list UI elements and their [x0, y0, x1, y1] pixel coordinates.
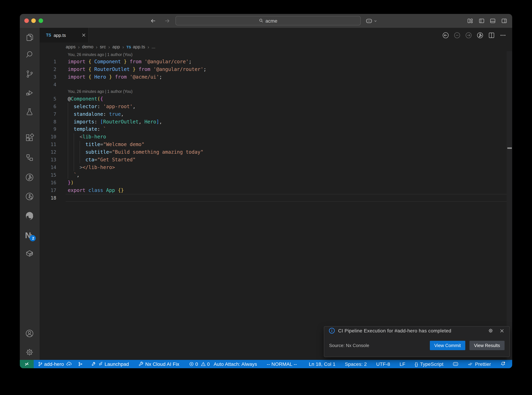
history-back-icon[interactable] — [150, 18, 156, 24]
account-icon[interactable] — [25, 329, 34, 338]
extensions-icon[interactable] — [25, 133, 34, 142]
toggle-primary-sidebar-icon[interactable] — [479, 18, 484, 24]
cursor-position-item[interactable]: Ln 18, Col 1 — [309, 361, 335, 367]
git-graph-status-item[interactable] — [78, 362, 83, 367]
breadcrumb-item[interactable]: demo — [82, 44, 93, 49]
gitlens-icon[interactable] — [25, 173, 34, 182]
notification-source: Source: Nx Console — [329, 343, 430, 348]
copilot-menu[interactable] — [366, 14, 377, 28]
source-control-icon[interactable] — [25, 69, 34, 78]
search-view-icon[interactable] — [25, 50, 34, 59]
screen: acme N› 2 — [0, 0, 532, 395]
remote-indicator[interactable] — [20, 360, 34, 368]
source-control-graph-icon[interactable] — [477, 32, 483, 38]
tab-label: app.ts — [54, 33, 66, 38]
gitlens-inspect-icon[interactable] — [25, 192, 34, 201]
error-icon — [189, 362, 194, 367]
notifications-bell-icon[interactable] — [500, 362, 505, 367]
run-debug-icon[interactable] — [25, 88, 34, 97]
activity-bar: N› 2 — [20, 28, 39, 360]
tab-close-icon[interactable] — [81, 32, 86, 38]
breadcrumb-item[interactable]: src — [100, 44, 106, 49]
blame-annotation: You, 26 minutes ago | 1 author (You) — [39, 88, 506, 95]
code-line-5[interactable]: 5@Component({ — [39, 95, 506, 103]
view-commit-button[interactable]: View Commit — [430, 341, 465, 350]
close-window-button[interactable] — [24, 18, 29, 23]
launchpad-status-item[interactable]: Launchpad — [91, 361, 129, 367]
nx-cloud-status-item[interactable]: Nx Cloud AI Fix — [138, 361, 179, 367]
code-line-7[interactable]: 7 standalone: true, — [39, 110, 506, 118]
copilot-status-icon[interactable] — [453, 362, 458, 367]
customize-layout-icon[interactable] — [467, 18, 473, 24]
problems-status-item[interactable]: 0 0 — [189, 361, 210, 367]
explorer-icon[interactable] — [25, 33, 34, 42]
code-line-14[interactable]: 14 ></lib-hero> — [39, 163, 506, 171]
language-mode-item[interactable]: {}TypeScript — [415, 361, 443, 367]
notification-close-icon[interactable] — [499, 328, 505, 333]
branch-status-item[interactable]: add-hero — [38, 361, 72, 367]
code-rows: You, 26 minutes ago | 1 author (You)1imp… — [39, 51, 506, 202]
split-editor-icon[interactable] — [488, 32, 495, 38]
breadcrumb-separator: › — [108, 44, 110, 49]
testing-icon[interactable] — [25, 107, 34, 116]
remote-icon — [24, 361, 30, 367]
breadcrumb-item[interactable]: app — [113, 44, 120, 49]
search-value: acme — [265, 18, 277, 23]
indentation-item[interactable]: Spaces: 2 — [345, 361, 367, 367]
editor[interactable]: You, 26 minutes ago | 1 author (You)1imp… — [39, 51, 512, 360]
code-line-10[interactable]: 10 <lib-hero — [39, 133, 506, 141]
notification-title: CI Pipeline Execution for #add-hero has … — [338, 328, 488, 334]
notification-settings-icon[interactable] — [488, 328, 494, 334]
breadcrumb-item[interactable]: TSapp.ts — [126, 44, 145, 49]
encoding-item[interactable]: UTF-8 — [376, 361, 390, 367]
eol-item[interactable]: LF — [400, 361, 405, 367]
code-line-6[interactable]: 6 selector: 'app-root', — [39, 102, 506, 110]
view-results-button[interactable]: View Results — [469, 341, 505, 350]
hierarchy-view-icon[interactable] — [25, 153, 34, 162]
code-line-12[interactable]: 12 subtitle="Build something amazing tod… — [39, 148, 506, 156]
braces-icon: {} — [415, 361, 418, 367]
toggle-panel-icon[interactable] — [490, 18, 495, 24]
breadcrumb-item[interactable]: ... — [152, 44, 156, 49]
code-line-11[interactable]: 11 title="Welcmoe demo" — [39, 141, 506, 148]
command-center-search[interactable]: acme — [176, 16, 361, 25]
title-bar: acme — [20, 14, 512, 28]
code-line-18[interactable]: 18 — [39, 194, 506, 202]
launchpad-label: Launchpad — [105, 361, 129, 367]
code-line-4[interactable]: 4 — [39, 81, 506, 88]
cloud-upload-icon — [66, 362, 72, 367]
code-line-15[interactable]: 15 `, — [39, 171, 506, 179]
tab-app-ts[interactable]: TS app.ts — [39, 28, 88, 42]
more-actions-icon[interactable] — [500, 32, 506, 38]
info-icon — [329, 328, 335, 334]
containers-icon[interactable] — [25, 249, 34, 258]
warning-icon — [201, 362, 206, 367]
auto-attach-status-item[interactable]: Auto Attach: Always — [214, 361, 257, 367]
maximize-window-button[interactable] — [38, 18, 43, 23]
prettier-status-item[interactable]: Prettier — [468, 361, 491, 367]
code-line-9[interactable]: 9 template: ` — [39, 125, 506, 133]
scrollbar[interactable] — [506, 51, 512, 360]
breadcrumb[interactable]: apps›demo›src›app›TSapp.ts›... — [39, 42, 512, 51]
settings-gear-icon[interactable] — [25, 347, 34, 357]
code-line-16[interactable]: 16}) — [39, 179, 506, 186]
code-line-17[interactable]: 17export class App {} — [39, 186, 506, 194]
history-forward-icon[interactable] — [164, 18, 170, 24]
vscode-window: acme N› 2 — [20, 14, 512, 368]
nav-forward-circle-icon[interactable] — [465, 32, 472, 38]
code-line-2[interactable]: 2import { RouterOutlet } from '@angular/… — [39, 65, 506, 73]
wrench-icon — [138, 362, 144, 367]
minimize-window-button[interactable] — [32, 18, 36, 23]
nx-console-icon[interactable]: N› 2 — [25, 231, 34, 240]
code-line-1[interactable]: 1import { Component } from '@angular/cor… — [39, 58, 506, 65]
nav-back-circle-icon[interactable] — [442, 32, 449, 38]
breadcrumb-item[interactable]: apps — [66, 44, 75, 49]
nav-circle-icon[interactable] — [454, 32, 460, 38]
code-line-3[interactable]: 3import { Hero } from '@acme/ui'; — [39, 73, 506, 81]
code-line-8[interactable]: 8 imports: [RouterOutlet, Hero], — [39, 118, 506, 125]
vim-mode-status-item[interactable]: -- NORMAL -- — [267, 361, 297, 367]
edge-tools-icon[interactable] — [25, 212, 34, 221]
copilot-icon — [366, 18, 372, 23]
code-line-13[interactable]: 13 cta="Get Started" — [39, 156, 506, 164]
toggle-secondary-sidebar-icon[interactable] — [501, 18, 507, 24]
